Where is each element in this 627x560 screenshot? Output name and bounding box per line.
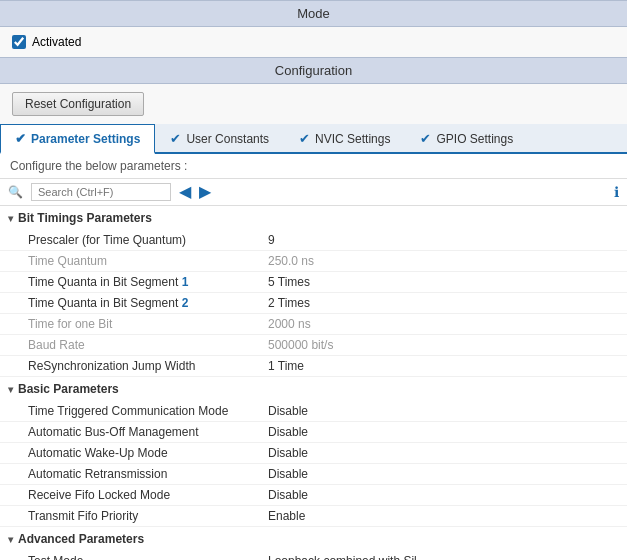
activated-row: Activated bbox=[12, 35, 615, 49]
param-name: Receive Fifo Locked Mode bbox=[28, 488, 268, 502]
param-name: Automatic Retransmission bbox=[28, 467, 268, 481]
tab-gpio-settings[interactable]: ✔ GPIO Settings bbox=[405, 124, 528, 152]
group-label: Basic Parameters bbox=[18, 382, 119, 396]
mode-section: Activated bbox=[0, 27, 627, 57]
param-name: Time Quanta in Bit Segment 1 bbox=[28, 275, 268, 289]
param-value: 1 Time bbox=[268, 359, 617, 373]
tab-nvic-settings[interactable]: ✔ NVIC Settings bbox=[284, 124, 405, 152]
param-value: Loopback combined with Sil… bbox=[268, 554, 617, 560]
info-icon[interactable]: ℹ bbox=[614, 184, 619, 200]
param-name: Test Mode bbox=[28, 554, 268, 560]
param-row[interactable]: Automatic Wake-Up Mode Disable bbox=[0, 443, 627, 464]
reset-btn-row: Reset Configuration bbox=[0, 84, 627, 124]
param-row[interactable]: Receive Fifo Locked Mode Disable bbox=[0, 485, 627, 506]
param-row[interactable]: Transmit Fifo Priority Enable bbox=[0, 506, 627, 527]
next-arrow-icon[interactable]: ▶ bbox=[199, 184, 211, 200]
search-input[interactable] bbox=[31, 183, 171, 201]
param-name: Prescaler (for Time Quantum) bbox=[28, 233, 268, 247]
configure-text: Configure the below parameters : bbox=[0, 154, 627, 179]
tab-check-icon-1: ✔ bbox=[15, 131, 26, 146]
tab-check-icon-2: ✔ bbox=[170, 131, 181, 146]
mode-header: Mode bbox=[0, 0, 627, 27]
group-header-advanced-params[interactable]: ▾Advanced Parameters bbox=[0, 527, 627, 551]
param-value: 2000 ns bbox=[268, 317, 617, 331]
param-name: Time Triggered Communication Mode bbox=[28, 404, 268, 418]
param-row[interactable]: Automatic Bus-Off Management Disable bbox=[0, 422, 627, 443]
highlight-2: 2 bbox=[182, 296, 189, 310]
tab-label-gpio-settings: GPIO Settings bbox=[436, 132, 513, 146]
param-name: Transmit Fifo Priority bbox=[28, 509, 268, 523]
params-area: ▾Bit Timings Parameters Prescaler (for T… bbox=[0, 206, 627, 560]
configuration-header: Configuration bbox=[0, 57, 627, 84]
param-row[interactable]: Time Triggered Communication Mode Disabl… bbox=[0, 401, 627, 422]
param-value: 9 bbox=[268, 233, 617, 247]
highlight-1: 1 bbox=[182, 275, 189, 289]
param-value: 2 Times bbox=[268, 296, 617, 310]
param-value: Enable bbox=[268, 509, 617, 523]
reset-configuration-button[interactable]: Reset Configuration bbox=[12, 92, 144, 116]
param-name: Time Quanta in Bit Segment 2 bbox=[28, 296, 268, 310]
prev-arrow-icon[interactable]: ◀ bbox=[179, 184, 191, 200]
param-row[interactable]: ReSynchronization Jump Width 1 Time bbox=[0, 356, 627, 377]
param-value: Disable bbox=[268, 425, 617, 439]
chevron-icon: ▾ bbox=[8, 213, 13, 224]
param-value: 250.0 ns bbox=[268, 254, 617, 268]
activated-checkbox[interactable] bbox=[12, 35, 26, 49]
param-name: Automatic Wake-Up Mode bbox=[28, 446, 268, 460]
param-name: Time Quantum bbox=[28, 254, 268, 268]
param-row[interactable]: Time Quantum 250.0 ns bbox=[0, 251, 627, 272]
tab-check-icon-4: ✔ bbox=[420, 131, 431, 146]
group-label: Advanced Parameters bbox=[18, 532, 144, 546]
group-header-basic-params[interactable]: ▾Basic Parameters bbox=[0, 377, 627, 401]
param-row[interactable]: Test Mode Loopback combined with Sil… bbox=[0, 551, 627, 560]
tab-parameter-settings[interactable]: ✔ Parameter Settings bbox=[0, 124, 155, 154]
search-icon: 🔍 bbox=[8, 185, 23, 199]
group-header-bit-timings[interactable]: ▾Bit Timings Parameters bbox=[0, 206, 627, 230]
chevron-icon: ▾ bbox=[8, 384, 13, 395]
configuration-section: Reset Configuration ✔ Parameter Settings… bbox=[0, 84, 627, 560]
param-name: Time for one Bit bbox=[28, 317, 268, 331]
group-label: Bit Timings Parameters bbox=[18, 211, 152, 225]
param-name: ReSynchronization Jump Width bbox=[28, 359, 268, 373]
param-row[interactable]: Time Quanta in Bit Segment 2 2 Times bbox=[0, 293, 627, 314]
param-row[interactable]: Time for one Bit 2000 ns bbox=[0, 314, 627, 335]
param-name: Automatic Bus-Off Management bbox=[28, 425, 268, 439]
tab-user-constants[interactable]: ✔ User Constants bbox=[155, 124, 284, 152]
param-row[interactable]: Prescaler (for Time Quantum) 9 bbox=[0, 230, 627, 251]
param-value: Disable bbox=[268, 488, 617, 502]
param-value: Disable bbox=[268, 467, 617, 481]
param-row[interactable]: Time Quanta in Bit Segment 1 5 Times bbox=[0, 272, 627, 293]
tab-label-parameter-settings: Parameter Settings bbox=[31, 132, 140, 146]
chevron-icon: ▾ bbox=[8, 534, 13, 545]
tab-check-icon-3: ✔ bbox=[299, 131, 310, 146]
activated-label: Activated bbox=[32, 35, 81, 49]
search-row: 🔍 ◀ ▶ ℹ bbox=[0, 179, 627, 206]
param-value: Disable bbox=[268, 446, 617, 460]
param-value: Disable bbox=[268, 404, 617, 418]
param-row[interactable]: Automatic Retransmission Disable bbox=[0, 464, 627, 485]
param-value: 5 Times bbox=[268, 275, 617, 289]
tab-label-nvic-settings: NVIC Settings bbox=[315, 132, 390, 146]
param-value: 500000 bit/s bbox=[268, 338, 617, 352]
tabs-row: ✔ Parameter Settings ✔ User Constants ✔ … bbox=[0, 124, 627, 154]
param-row[interactable]: Baud Rate 500000 bit/s bbox=[0, 335, 627, 356]
param-name: Baud Rate bbox=[28, 338, 268, 352]
tab-label-user-constants: User Constants bbox=[186, 132, 269, 146]
